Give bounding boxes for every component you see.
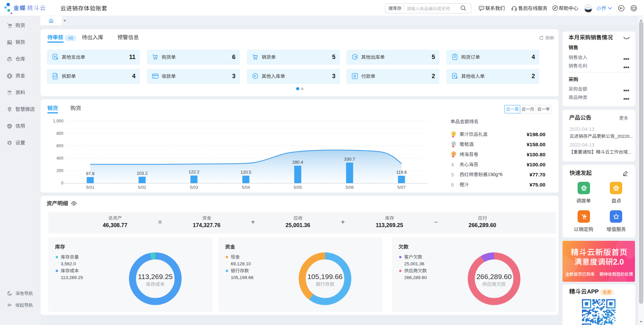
svg-text:2: 2 xyxy=(453,142,454,146)
svg-text:3: 3 xyxy=(453,152,454,156)
svg-text:1: 1 xyxy=(453,132,454,136)
